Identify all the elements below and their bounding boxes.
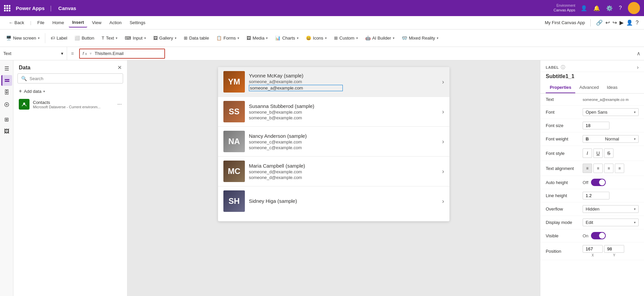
gallery-item-1[interactable]: SS Susanna Stubberod (sample) someone_b@… bbox=[218, 97, 449, 127]
sidebar-icon-layers[interactable] bbox=[1, 75, 12, 86]
props-display-mode-select[interactable]: Edit ▾ bbox=[583, 219, 639, 226]
props-overflow-select[interactable]: Hidden ▾ bbox=[583, 205, 639, 213]
position-x-input[interactable] bbox=[583, 245, 603, 253]
gallery-item-chevron-3[interactable]: › bbox=[442, 168, 444, 175]
icons-button[interactable]: 😀 Icons ▾ bbox=[303, 34, 330, 43]
search-icon: 🔍 bbox=[21, 76, 27, 81]
menu-insert[interactable]: Insert bbox=[69, 18, 87, 27]
menu-file[interactable]: File bbox=[34, 18, 48, 27]
contacts-more-icon[interactable]: ··· bbox=[117, 101, 122, 107]
gallery-button[interactable]: 🖼 Gallery ▾ bbox=[150, 34, 180, 43]
props-expand-icon[interactable]: › bbox=[637, 64, 639, 70]
contact-icon[interactable]: 👤 bbox=[581, 5, 587, 11]
data-panel-close-button[interactable]: ✕ bbox=[117, 64, 122, 71]
props-font-caret: ▾ bbox=[634, 110, 636, 114]
formula-input-text[interactable]: ThisItem.Email bbox=[95, 51, 162, 56]
strikethrough-button[interactable]: S bbox=[604, 149, 613, 158]
props-font-style-value: I U S bbox=[583, 149, 639, 158]
svg-point-3 bbox=[23, 103, 25, 105]
gallery-item-chevron-1[interactable]: › bbox=[442, 108, 444, 115]
menu-action[interactable]: Action bbox=[106, 18, 125, 27]
formula-expand-button[interactable]: ∧ bbox=[637, 50, 644, 57]
visible-on-label: On bbox=[583, 233, 588, 238]
props-line-height-input[interactable] bbox=[583, 192, 609, 199]
formula-dropdown-caret: ▾ bbox=[61, 51, 63, 56]
gallery-item-2[interactable]: NA Nancy Anderson (sample) someone_c@exa… bbox=[218, 127, 449, 157]
gallery-item-name-3: Maria Campbell (sample) bbox=[249, 163, 438, 169]
align-justify-button[interactable]: ≡ bbox=[615, 164, 624, 173]
help-menu-icon[interactable]: ? bbox=[636, 20, 639, 26]
visible-toggle[interactable] bbox=[591, 232, 606, 239]
position-y-label: Y bbox=[604, 253, 624, 257]
props-font-select[interactable]: Open Sans ▾ bbox=[583, 108, 639, 116]
sidebar-icon-media[interactable]: 🖼 bbox=[1, 126, 12, 137]
gallery-item-chevron-4[interactable]: › bbox=[442, 198, 444, 205]
tab-advanced[interactable]: Advanced bbox=[575, 82, 603, 93]
formula-fx-icon[interactable]: f bbox=[83, 51, 84, 56]
props-line-height-row: Line height bbox=[540, 189, 644, 202]
position-x-wrapper: X bbox=[583, 245, 603, 257]
menu-separator-1: | bbox=[30, 20, 31, 25]
props-info-icon[interactable]: ⓘ bbox=[561, 64, 565, 70]
play-icon[interactable]: ▶ bbox=[620, 19, 624, 26]
text-button[interactable]: T Text ▾ bbox=[98, 34, 121, 43]
underline-button[interactable]: U bbox=[593, 149, 603, 158]
charts-button[interactable]: 📊 Charts ▾ bbox=[272, 34, 302, 43]
gallery-item-chevron-0[interactable]: › bbox=[442, 78, 444, 85]
ribbon: 🖥️ New screen ▾ 🏷 Label ⬜ Button T Text … bbox=[0, 29, 644, 47]
add-data-button[interactable]: + Add data ▾ bbox=[13, 86, 127, 96]
label-button[interactable]: 🏷 Label bbox=[47, 34, 71, 43]
position-x-label: X bbox=[583, 253, 603, 257]
gallery-item-info-0: Yvonne McKay (sample) someone_a@example.… bbox=[249, 73, 438, 91]
menu-view[interactable]: View bbox=[89, 18, 105, 27]
person-check-icon[interactable]: 👤 bbox=[626, 19, 633, 26]
gallery-item-3[interactable]: MC Maria Campbell (sample) someone_d@exa… bbox=[218, 157, 449, 186]
data-search-input[interactable] bbox=[30, 76, 119, 81]
menu-home[interactable]: Home bbox=[49, 18, 67, 27]
gallery-item-4[interactable]: SH Sidney Higa (sample) › bbox=[218, 186, 449, 216]
media-button[interactable]: 🖼 Media ▾ bbox=[243, 34, 271, 43]
tab-properties[interactable]: Properties bbox=[546, 82, 575, 93]
redo-icon[interactable]: ↪ bbox=[612, 19, 617, 26]
data-source-contacts[interactable]: Contacts Microsoft Dataverse - Current e… bbox=[13, 96, 127, 112]
user-avatar[interactable] bbox=[628, 2, 640, 14]
notification-icon[interactable]: 🔔 bbox=[593, 5, 600, 11]
custom-button[interactable]: ⊞ Custom ▾ bbox=[331, 34, 361, 43]
gallery-item-chevron-2[interactable]: › bbox=[442, 138, 444, 145]
props-font-weight-select-value: Normal bbox=[605, 136, 619, 141]
button-button[interactable]: ⬜ Button bbox=[71, 34, 98, 43]
sidebar-icon-components[interactable]: ⊞ bbox=[1, 114, 12, 125]
gallery-item-0[interactable]: YM Yvonne McKay (sample) someone_a@examp… bbox=[218, 67, 449, 97]
gallery-item-name-4: Sidney Higa (sample) bbox=[249, 198, 438, 204]
tab-ideas[interactable]: Ideas bbox=[603, 82, 622, 93]
brand-title: Power Apps bbox=[16, 5, 45, 11]
sidebar-icon-variables[interactable] bbox=[1, 99, 12, 110]
menu-settings[interactable]: Settings bbox=[126, 18, 149, 27]
brand-separator: | bbox=[50, 5, 52, 12]
align-left-button[interactable]: ≡ bbox=[583, 164, 592, 173]
input-button[interactable]: ⌨ Input ▾ bbox=[121, 34, 149, 43]
position-y-input[interactable] bbox=[604, 245, 624, 253]
align-right-button[interactable]: ≡ bbox=[604, 164, 613, 173]
undo-icon[interactable]: ↩ bbox=[605, 19, 610, 26]
forms-button[interactable]: 📋 Forms ▾ bbox=[213, 34, 243, 43]
back-button[interactable]: ← Back bbox=[5, 18, 28, 27]
auto-height-toggle[interactable] bbox=[591, 179, 606, 186]
gallery-item-email2-0[interactable]: someone_a@example.com bbox=[249, 85, 343, 91]
ai-builder-button[interactable]: 🤖 AI Builder ▾ bbox=[362, 34, 398, 43]
props-font-weight-select[interactable]: B Normal ▾ bbox=[583, 135, 639, 143]
share-icon[interactable]: 🔗 bbox=[596, 19, 603, 26]
italic-button[interactable]: I bbox=[583, 149, 592, 158]
new-screen-button[interactable]: 🖥️ New screen ▾ bbox=[3, 34, 43, 43]
sidebar-icon-menu[interactable]: ☰ bbox=[1, 63, 12, 74]
data-table-icon: ⊞ bbox=[184, 36, 187, 41]
app-launcher[interactable] bbox=[4, 5, 10, 11]
formula-property-dropdown[interactable]: Text ▾ bbox=[0, 47, 67, 60]
sidebar-icon-data[interactable]: 🗄 bbox=[1, 87, 12, 98]
mixed-reality-button[interactable]: 🥽 Mixed Reality ▾ bbox=[398, 34, 442, 43]
data-table-button[interactable]: ⊞ Data table bbox=[180, 34, 212, 43]
settings-icon[interactable]: ⚙️ bbox=[606, 5, 613, 11]
props-font-size-input[interactable] bbox=[583, 122, 609, 129]
help-icon[interactable]: ? bbox=[619, 5, 622, 11]
align-center-button[interactable]: ≡ bbox=[593, 164, 603, 173]
